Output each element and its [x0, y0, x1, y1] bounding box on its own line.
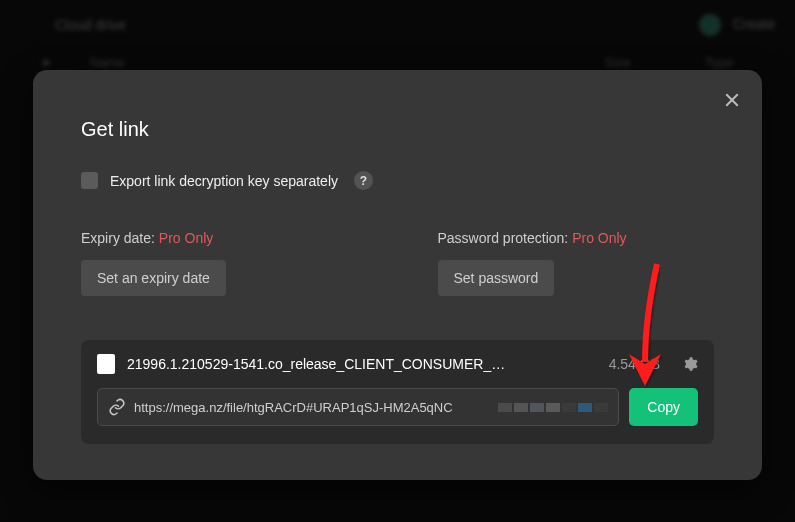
set-password-button[interactable]: Set password: [438, 260, 555, 296]
link-icon: [108, 398, 126, 416]
export-key-checkbox[interactable]: [81, 172, 98, 189]
file-panel: 21996.1.210529-1541.co_release_CLIENT_CO…: [81, 340, 714, 444]
url-text: https://mega.nz/file/htgRACrD#URAP1qSJ-H…: [134, 400, 492, 415]
redacted-blocks: [498, 403, 608, 412]
export-key-row: Export link decryption key separately ?: [81, 171, 714, 190]
url-field[interactable]: https://mega.nz/file/htgRACrD#URAP1qSJ-H…: [97, 388, 619, 426]
gear-icon[interactable]: [682, 356, 698, 372]
modal-title: Get link: [81, 118, 714, 141]
file-name: 21996.1.210529-1541.co_release_CLIENT_CO…: [127, 356, 597, 372]
get-link-modal: Get link Export link decryption key sepa…: [33, 70, 762, 480]
password-label-row: Password protection: Pro Only: [438, 230, 715, 246]
expiry-label-row: Expiry date: Pro Only: [81, 230, 358, 246]
close-button[interactable]: [720, 88, 744, 112]
copy-button[interactable]: Copy: [629, 388, 698, 426]
export-key-label: Export link decryption key separately: [110, 173, 338, 189]
file-size: 4.54 GB: [609, 356, 660, 372]
expiry-pro-tag: Pro Only: [159, 230, 213, 246]
help-icon[interactable]: ?: [354, 171, 373, 190]
expiry-label: Expiry date:: [81, 230, 155, 246]
expiry-column: Expiry date: Pro Only Set an expiry date: [81, 230, 358, 296]
password-pro-tag: Pro Only: [572, 230, 626, 246]
password-label: Password protection:: [438, 230, 569, 246]
set-expiry-button[interactable]: Set an expiry date: [81, 260, 226, 296]
password-column: Password protection: Pro Only Set passwo…: [438, 230, 715, 296]
file-icon: [97, 354, 115, 374]
close-icon: [723, 91, 741, 109]
